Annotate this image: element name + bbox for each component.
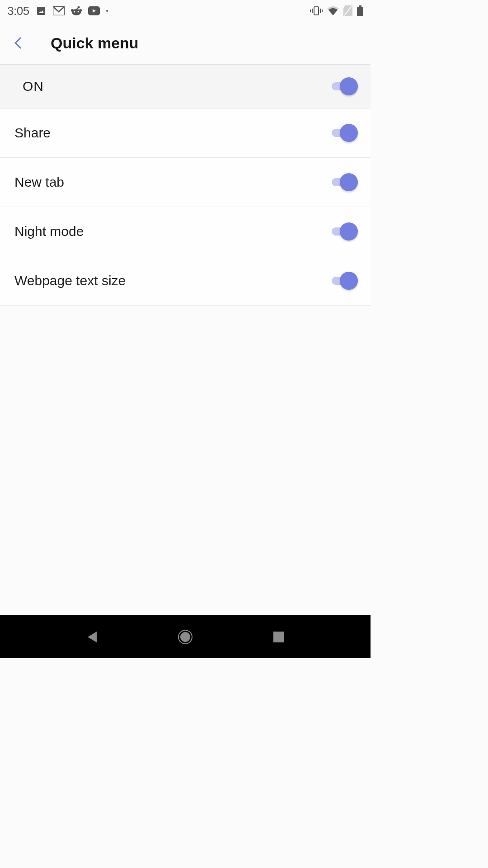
svg-rect-19 bbox=[357, 7, 363, 16]
nav-home-button[interactable] bbox=[172, 623, 199, 651]
svg-point-9 bbox=[77, 11, 79, 13]
toggle-share[interactable] bbox=[329, 124, 356, 142]
toggle-webpage-text-size[interactable] bbox=[329, 272, 356, 290]
svg-rect-12 bbox=[314, 7, 319, 15]
toggle-new-tab[interactable] bbox=[329, 173, 356, 191]
row-label: Webpage text size bbox=[14, 273, 126, 288]
dot-icon bbox=[106, 10, 108, 12]
navigation-bar bbox=[0, 615, 371, 658]
row-label: Share bbox=[14, 125, 51, 141]
settings-list: ON Share New tab Night mode Webpage text… bbox=[0, 65, 371, 306]
svg-point-8 bbox=[74, 11, 75, 13]
status-time: 3:05 bbox=[7, 4, 29, 18]
row-label: ON bbox=[23, 79, 44, 94]
status-bar: 3:05 bbox=[0, 0, 371, 22]
nav-recent-button[interactable] bbox=[265, 623, 292, 651]
svg-point-22 bbox=[180, 632, 190, 642]
svg-rect-18 bbox=[359, 5, 361, 7]
page-title: Quick menu bbox=[51, 34, 139, 52]
svg-point-4 bbox=[71, 9, 74, 12]
chevron-left-icon bbox=[14, 36, 23, 50]
svg-rect-0 bbox=[37, 7, 45, 15]
row-share[interactable]: Share bbox=[0, 108, 371, 158]
svg-line-7 bbox=[76, 8, 78, 9]
row-label: Night mode bbox=[14, 224, 84, 239]
mail-icon bbox=[53, 6, 65, 15]
row-night-mode[interactable]: Night mode bbox=[0, 207, 371, 256]
row-new-tab[interactable]: New tab bbox=[0, 158, 371, 207]
image-icon bbox=[36, 5, 47, 16]
svg-marker-20 bbox=[88, 632, 97, 642]
status-icons-left bbox=[36, 5, 108, 16]
svg-point-5 bbox=[79, 9, 82, 12]
row-master-toggle[interactable]: ON bbox=[0, 65, 371, 108]
wifi-icon bbox=[327, 6, 339, 15]
row-webpage-text-size[interactable]: Webpage text size bbox=[0, 256, 371, 306]
toggle-master[interactable] bbox=[329, 77, 356, 95]
reddit-icon bbox=[71, 6, 82, 16]
battery-icon bbox=[357, 5, 363, 16]
svg-rect-23 bbox=[273, 632, 284, 642]
app-bar: Quick menu bbox=[0, 22, 371, 65]
vibrate-icon bbox=[310, 6, 323, 16]
status-icons-right bbox=[310, 5, 363, 16]
toggle-night-mode[interactable] bbox=[329, 222, 356, 241]
back-button[interactable] bbox=[7, 32, 29, 54]
nav-back-button[interactable] bbox=[78, 623, 105, 651]
youtube-icon bbox=[88, 6, 100, 15]
no-sim-icon bbox=[343, 5, 352, 16]
status-left: 3:05 bbox=[7, 4, 108, 18]
row-label: New tab bbox=[14, 175, 64, 190]
